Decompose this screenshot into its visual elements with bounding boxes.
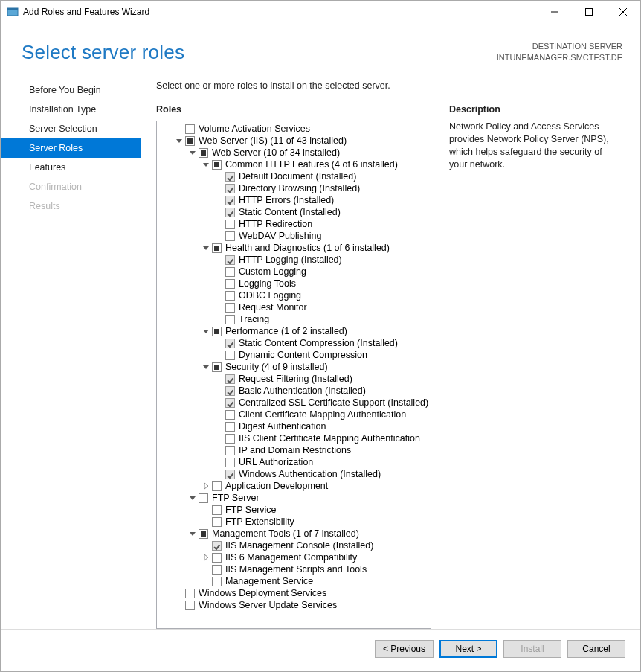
- checkbox[interactable]: [212, 362, 222, 372]
- tree-node[interactable]: Default Document (Installed): [157, 170, 431, 182]
- nav-item[interactable]: Server Roles: [1, 138, 141, 158]
- tree-node[interactable]: IIS Management Console (Installed): [157, 540, 431, 551]
- checkbox[interactable]: [225, 458, 235, 467]
- collapse-icon[interactable]: [202, 160, 210, 169]
- checkbox[interactable]: [225, 374, 235, 384]
- tree-node[interactable]: Performance (1 of 2 installed): [157, 325, 431, 337]
- tree-node[interactable]: Directory Browsing (Installed): [157, 182, 431, 194]
- nav-item[interactable]: Server Selection: [1, 119, 141, 138]
- checkbox[interactable]: [225, 291, 235, 301]
- tree-node[interactable]: Health and Diagnostics (1 of 6 installed…: [157, 242, 431, 254]
- tree-node[interactable]: Web Server (10 of 34 installed): [157, 147, 431, 159]
- tree-node[interactable]: Static Content Compression (Installed): [157, 337, 431, 349]
- checkbox[interactable]: [225, 255, 235, 265]
- minimize-button[interactable]: [538, 1, 572, 23]
- tree-node[interactable]: Web Server (IIS) (11 of 43 installed): [157, 135, 431, 147]
- checkbox[interactable]: [185, 136, 195, 146]
- tree-node[interactable]: Request Filtering (Installed): [157, 373, 431, 385]
- checkbox[interactable]: [212, 505, 222, 515]
- tree-node[interactable]: URL Authorization: [157, 456, 431, 468]
- tree-node[interactable]: Application Development: [157, 480, 431, 492]
- checkbox[interactable]: [225, 279, 235, 289]
- checkbox[interactable]: [212, 577, 222, 586]
- checkbox[interactable]: [225, 422, 235, 432]
- checkbox[interactable]: [225, 339, 235, 348]
- tree-node[interactable]: IIS Management Scripts and Tools: [157, 563, 431, 575]
- checkbox[interactable]: [225, 386, 235, 396]
- tree-node[interactable]: IIS 6 Management Compatibility: [157, 551, 431, 563]
- tree-node[interactable]: Volume Activation Services: [157, 123, 431, 135]
- checkbox[interactable]: [212, 160, 222, 170]
- checkbox[interactable]: [225, 184, 235, 193]
- tree-node[interactable]: Windows Authentication (Installed): [157, 468, 431, 480]
- checkbox[interactable]: [212, 541, 222, 551]
- expand-icon[interactable]: [202, 481, 210, 490]
- tree-node[interactable]: FTP Service: [157, 504, 431, 516]
- tree-node[interactable]: IP and Domain Restrictions: [157, 444, 431, 456]
- collapse-icon[interactable]: [188, 493, 197, 502]
- tree-node[interactable]: Static Content (Installed): [157, 206, 431, 218]
- tree-node[interactable]: Windows Server Update Services: [157, 599, 431, 611]
- roles-tree[interactable]: Volume Activation ServicesWeb Server (II…: [156, 121, 431, 629]
- install-button[interactable]: Install: [503, 640, 561, 658]
- collapse-icon[interactable]: [188, 529, 197, 538]
- checkbox[interactable]: [212, 517, 222, 527]
- tree-node[interactable]: HTTP Redirection: [157, 218, 431, 230]
- tree-node[interactable]: WebDAV Publishing: [157, 230, 431, 242]
- tree-node[interactable]: Security (4 of 9 installed): [157, 361, 431, 373]
- nav-item[interactable]: Installation Type: [1, 100, 141, 119]
- tree-node[interactable]: Management Service: [157, 575, 431, 587]
- checkbox[interactable]: [212, 553, 222, 563]
- checkbox[interactable]: [199, 529, 208, 539]
- checkbox[interactable]: [185, 601, 195, 610]
- checkbox[interactable]: [225, 398, 235, 408]
- checkbox[interactable]: [199, 493, 208, 503]
- expand-icon[interactable]: [202, 553, 210, 562]
- nav-item[interactable]: Features: [1, 158, 141, 177]
- nav-item[interactable]: Before You Begin: [1, 80, 141, 100]
- tree-node[interactable]: Management Tools (1 of 7 installed): [157, 528, 431, 540]
- close-button[interactable]: [606, 1, 640, 23]
- checkbox[interactable]: [225, 434, 235, 444]
- tree-node[interactable]: Basic Authentication (Installed): [157, 385, 431, 397]
- checkbox[interactable]: [212, 327, 222, 336]
- checkbox[interactable]: [225, 220, 235, 229]
- checkbox[interactable]: [225, 231, 235, 241]
- previous-button[interactable]: < Previous: [375, 640, 434, 658]
- collapse-icon[interactable]: [202, 243, 210, 252]
- checkbox[interactable]: [199, 148, 208, 158]
- checkbox[interactable]: [185, 124, 195, 134]
- tree-node[interactable]: Digest Authentication: [157, 420, 431, 432]
- tree-node[interactable]: ODBC Logging: [157, 289, 431, 301]
- tree-node[interactable]: Centralized SSL Certificate Support (Ins…: [157, 397, 431, 409]
- checkbox[interactable]: [225, 267, 235, 277]
- tree-node[interactable]: IIS Client Certificate Mapping Authentic…: [157, 432, 431, 444]
- checkbox[interactable]: [212, 481, 222, 491]
- checkbox[interactable]: [185, 589, 195, 598]
- cancel-button[interactable]: Cancel: [567, 640, 625, 658]
- checkbox[interactable]: [225, 172, 235, 182]
- tree-node[interactable]: Logging Tools: [157, 278, 431, 289]
- collapse-icon[interactable]: [188, 148, 197, 157]
- tree-node[interactable]: Client Certificate Mapping Authenticatio…: [157, 409, 431, 420]
- tree-node[interactable]: Custom Logging: [157, 266, 431, 278]
- tree-node[interactable]: HTTP Errors (Installed): [157, 194, 431, 206]
- maximize-button[interactable]: [572, 1, 606, 23]
- tree-node[interactable]: FTP Server: [157, 492, 431, 504]
- checkbox[interactable]: [225, 196, 235, 205]
- checkbox[interactable]: [225, 351, 235, 360]
- checkbox[interactable]: [212, 565, 222, 575]
- collapse-icon[interactable]: [202, 362, 210, 371]
- collapse-icon[interactable]: [202, 327, 210, 336]
- tree-node[interactable]: Request Monitor: [157, 301, 431, 313]
- tree-node[interactable]: HTTP Logging (Installed): [157, 254, 431, 266]
- checkbox[interactable]: [212, 243, 222, 253]
- checkbox[interactable]: [225, 208, 235, 217]
- checkbox[interactable]: [225, 446, 235, 455]
- collapse-icon[interactable]: [175, 136, 184, 145]
- tree-node[interactable]: Tracing: [157, 313, 431, 325]
- checkbox[interactable]: [225, 303, 235, 313]
- checkbox[interactable]: [225, 470, 235, 479]
- tree-node[interactable]: Common HTTP Features (4 of 6 installed): [157, 159, 431, 170]
- tree-node[interactable]: Windows Deployment Services: [157, 587, 431, 599]
